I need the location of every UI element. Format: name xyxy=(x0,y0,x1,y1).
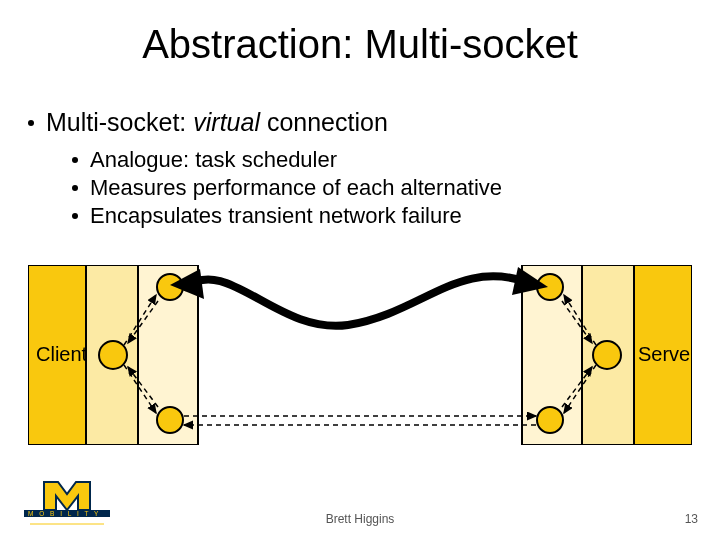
server-hub-node xyxy=(593,341,621,369)
bullet-main-post: connection xyxy=(260,108,388,136)
sub-bullet: Analogue: task scheduler xyxy=(72,147,692,173)
footer-page-number: 13 xyxy=(685,512,698,526)
server-label: Server xyxy=(638,343,692,365)
sub-bullet-text: Measures performance of each alternative xyxy=(90,175,502,201)
sub-bullet: Encapsulates transient network failure xyxy=(72,203,692,229)
sub-bullet: Measures performance of each alternative xyxy=(72,175,692,201)
bullet-main-em: virtual xyxy=(193,108,260,136)
bullet-dot xyxy=(72,157,78,163)
sub-bullet-text: Encapsulates transient network failure xyxy=(90,203,462,229)
block-m-icon xyxy=(44,482,90,510)
footer-author: Brett Higgins xyxy=(0,512,720,526)
multi-socket-diagram: Client Server xyxy=(28,265,692,445)
bullet-list: Multi-socket: virtual connection Analogu… xyxy=(28,108,692,231)
failover-arrow xyxy=(186,276,530,326)
bullet-dot xyxy=(28,120,34,126)
slide-title: Abstraction: Multi-socket xyxy=(0,22,720,67)
client-label: Client xyxy=(36,343,88,365)
server-socket-node xyxy=(537,407,563,433)
bullet-main: Multi-socket: virtual connection xyxy=(28,108,692,137)
bullet-dot xyxy=(72,185,78,191)
client-socket-node xyxy=(157,407,183,433)
client-hub-node xyxy=(99,341,127,369)
bullet-dot xyxy=(72,213,78,219)
sub-bullet-text: Analogue: task scheduler xyxy=(90,147,337,173)
bullet-main-pre: Multi-socket: xyxy=(46,108,193,136)
